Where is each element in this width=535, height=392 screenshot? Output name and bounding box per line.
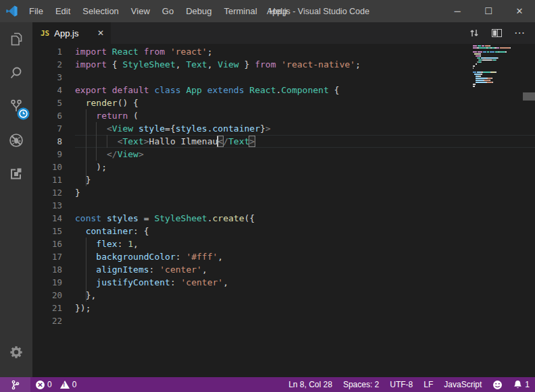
code-line-21[interactable]: 21}); — [32, 302, 535, 314]
indent-guide — [86, 161, 86, 173]
line-number: 9 — [32, 148, 62, 161]
warnings-count: 0 — [72, 380, 77, 389]
encoding-setting[interactable]: UTF-8 — [384, 377, 418, 392]
line-number: 2 — [32, 58, 62, 71]
activity-bar — [0, 22, 32, 377]
code-line-9[interactable]: 9 </View> — [32, 148, 535, 161]
debug-icon[interactable] — [0, 123, 32, 157]
window-controls: ─ ☐ ✕ — [442, 0, 535, 22]
line-number: 15 — [32, 225, 62, 237]
code-line-4[interactable]: 4export default class App extends React.… — [32, 84, 535, 96]
warnings-icon — [60, 381, 70, 389]
close-button[interactable]: ✕ — [504, 0, 535, 22]
code-line-16[interactable]: 16 flex: 1, — [32, 237, 535, 250]
code-line-3[interactable]: 3 — [32, 71, 535, 84]
search-icon[interactable] — [0, 56, 32, 90]
code-line-2[interactable]: 2import { StyleSheet, Text, View } from … — [32, 58, 535, 71]
tab-close-icon[interactable]: ✕ — [82, 28, 104, 38]
code-editor[interactable]: 1import React from 'react';2import { Sty… — [32, 44, 535, 377]
explorer-icon[interactable] — [0, 22, 32, 56]
scrollbar[interactable] — [526, 44, 535, 377]
code-line-12[interactable]: 12} — [32, 186, 535, 199]
indent-guide — [96, 148, 97, 161]
indent-guide — [86, 109, 86, 122]
code-line-11[interactable]: 11 } — [32, 173, 535, 186]
code-line-15[interactable]: 15 container: { — [32, 225, 535, 237]
more-actions-icon[interactable]: ⋯ — [514, 30, 526, 36]
line-number: 10 — [32, 161, 62, 173]
javascript-file-icon: JS — [41, 29, 49, 38]
indent-guide — [86, 135, 86, 148]
code-line-22[interactable]: 22 — [32, 314, 535, 327]
notifications-bell[interactable]: 1 — [508, 377, 535, 392]
line-number: 18 — [32, 263, 62, 276]
indent-guide — [86, 122, 86, 135]
indent-guide — [96, 135, 97, 148]
indent-guide — [86, 173, 86, 186]
scm-progress-clock-badge — [17, 107, 30, 120]
indentation-setting[interactable]: Spaces: 2 — [338, 377, 384, 392]
code-line-10[interactable]: 10 ); — [32, 161, 535, 173]
code-line-5[interactable]: 5 render() { — [32, 96, 535, 109]
open-changes-icon[interactable] — [469, 28, 480, 38]
minimize-button[interactable]: ─ — [442, 0, 473, 22]
vscode-logo-icon — [0, 5, 23, 18]
editor-actions: ⋯ — [469, 22, 535, 44]
minimap[interactable] — [473, 45, 517, 90]
line-number: 14 — [32, 212, 62, 225]
title-bar: FileEditSelectionViewGoDebugTerminalHelp… — [0, 0, 535, 22]
menu-debug[interactable]: Debug — [180, 0, 218, 22]
cursor-position[interactable]: Ln 8, Col 28 — [283, 377, 338, 392]
line-number: 3 — [32, 71, 62, 84]
code-line-7[interactable]: 7 <View style={styles.container}> — [32, 122, 535, 135]
menu-file[interactable]: File — [23, 0, 49, 22]
errors-count: 0 — [47, 380, 52, 389]
source-control-icon[interactable] — [0, 90, 32, 123]
code-line-14[interactable]: 14const styles = StyleSheet.create({ — [32, 212, 535, 225]
language-mode[interactable]: JavaScript — [438, 377, 487, 392]
problems-indicator[interactable]: ✕ 0 0 — [30, 377, 82, 392]
line-number: 12 — [32, 186, 62, 199]
code-line-13[interactable]: 13 — [32, 199, 535, 212]
menubar: FileEditSelectionViewGoDebugTerminalHelp — [23, 0, 293, 22]
indent-guide — [86, 276, 86, 289]
menu-terminal[interactable]: Terminal — [218, 0, 263, 22]
feedback-smiley-icon[interactable] — [487, 377, 508, 392]
menu-help[interactable]: Help — [263, 0, 294, 22]
text-cursor — [218, 136, 219, 146]
indent-guide — [107, 135, 107, 148]
overview-cursor-marker — [523, 92, 535, 101]
tab-bar: JS App.js ✕ ⋯ — [32, 22, 535, 44]
menu-edit[interactable]: Edit — [49, 0, 76, 22]
tab-appjs[interactable]: JS App.js ✕ — [32, 22, 111, 44]
code-line-8[interactable]: 8 <Text>Hallo Ilmenau</Text> — [32, 135, 535, 148]
line-number: 6 — [32, 109, 62, 122]
menu-go[interactable]: Go — [156, 0, 180, 22]
indent-guide — [86, 289, 86, 302]
notifications-count: 1 — [525, 380, 530, 389]
line-number: 17 — [32, 250, 62, 263]
code-line-19[interactable]: 19 justifyContent: 'center', — [32, 276, 535, 289]
extensions-icon[interactable] — [0, 157, 32, 191]
menu-view[interactable]: View — [125, 0, 156, 22]
code-line-6[interactable]: 6 return ( — [32, 109, 535, 122]
line-number: 5 — [32, 96, 62, 109]
code-line-18[interactable]: 18 alignItems: 'center', — [32, 263, 535, 276]
manage-gear-icon[interactable] — [0, 335, 32, 369]
eol-setting[interactable]: LF — [418, 377, 438, 392]
vscode-window: FileEditSelectionViewGoDebugTerminalHelp… — [0, 0, 535, 392]
code-line-17[interactable]: 17 backgroundColor: '#fff', — [32, 250, 535, 263]
code-line-20[interactable]: 20 }, — [32, 289, 535, 302]
maximize-button[interactable]: ☐ — [473, 0, 504, 22]
split-editor-icon[interactable] — [492, 29, 502, 37]
git-branch-indicator[interactable] — [0, 377, 30, 392]
code-line-1[interactable]: 1import React from 'react'; — [32, 45, 535, 58]
line-number: 19 — [32, 276, 62, 289]
menu-selection[interactable]: Selection — [76, 0, 124, 22]
indent-guide — [86, 148, 86, 161]
line-number: 1 — [32, 45, 62, 58]
line-number: 20 — [32, 289, 62, 302]
indent-guide — [86, 263, 86, 276]
errors-icon: ✕ — [36, 381, 45, 389]
code-lines: 1import React from 'react';2import { Sty… — [32, 45, 535, 327]
